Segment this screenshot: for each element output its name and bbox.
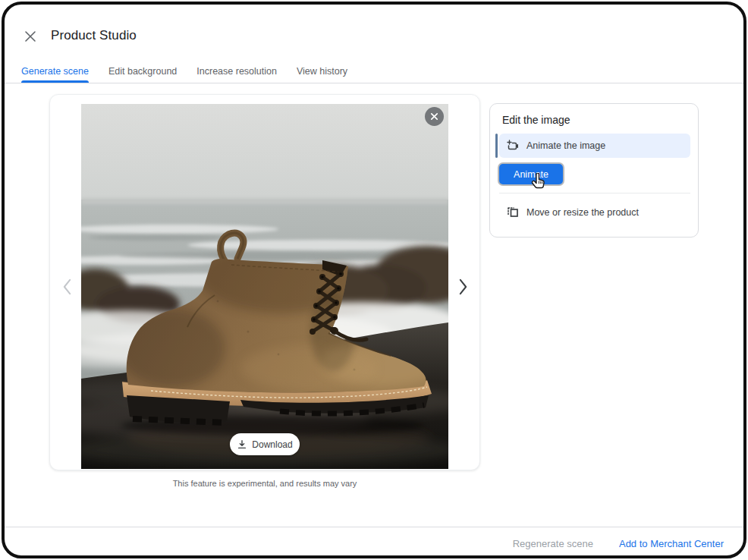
screenshot-root: Product Studio Generate scene Edit backg… [0, 0, 748, 560]
option-animate-image[interactable]: Animate the image [499, 134, 690, 158]
dialog-title: Product Studio [51, 28, 137, 43]
active-tab-underline [21, 80, 89, 83]
tab-label: View history [297, 66, 347, 77]
dialog-close-button[interactable] [23, 29, 38, 44]
selection-indicator [495, 134, 498, 158]
image-dismiss-button[interactable] [425, 107, 444, 126]
add-to-merchant-center-button[interactable]: Add to Merchant Center [618, 533, 725, 554]
option-label: Animate the image [526, 140, 605, 151]
animate-button[interactable]: Animate [499, 164, 563, 184]
tab-label: Edit background [108, 66, 177, 77]
chevron-left-icon [62, 278, 72, 295]
tab-bar: Generate scene Edit background Increase … [5, 59, 743, 83]
boot-scene-illustration [81, 104, 448, 469]
tab-view-history[interactable]: View history [297, 59, 347, 83]
download-label: Download [252, 439, 292, 450]
animated-image-icon [507, 140, 519, 152]
generated-image: Download [81, 104, 448, 469]
edit-panel: Edit the image Animate the image Animate… [489, 103, 699, 238]
download-icon [237, 439, 247, 450]
next-image-button[interactable] [453, 273, 473, 300]
chevron-right-icon [458, 278, 468, 295]
tab-edit-background[interactable]: Edit background [108, 59, 177, 83]
close-icon [429, 112, 439, 121]
download-button[interactable]: Download [230, 433, 300, 455]
option-move-resize[interactable]: Move or resize the product [499, 200, 690, 225]
footer-actions: Regenerate scene Add to Merchant Center [511, 533, 725, 554]
regenerate-scene-button[interactable]: Regenerate scene [511, 533, 595, 554]
edit-panel-heading: Edit the image [502, 114, 570, 126]
tab-generate-scene[interactable]: Generate scene [21, 59, 89, 83]
close-icon [23, 29, 38, 44]
experimental-disclaimer: This feature is experimental, and result… [49, 479, 480, 488]
option-label: Move or resize the product [526, 207, 639, 218]
prev-image-button[interactable] [57, 273, 77, 300]
tab-label: Increase resolution [196, 66, 277, 77]
move-resize-icon [507, 206, 519, 219]
footer-divider [5, 527, 743, 527]
product-studio-dialog: Product Studio Generate scene Edit backg… [2, 2, 746, 558]
image-viewer-card: Download [49, 94, 480, 470]
tab-increase-resolution[interactable]: Increase resolution [196, 59, 277, 83]
tab-label: Generate scene [21, 66, 89, 77]
panel-divider [499, 193, 690, 193]
